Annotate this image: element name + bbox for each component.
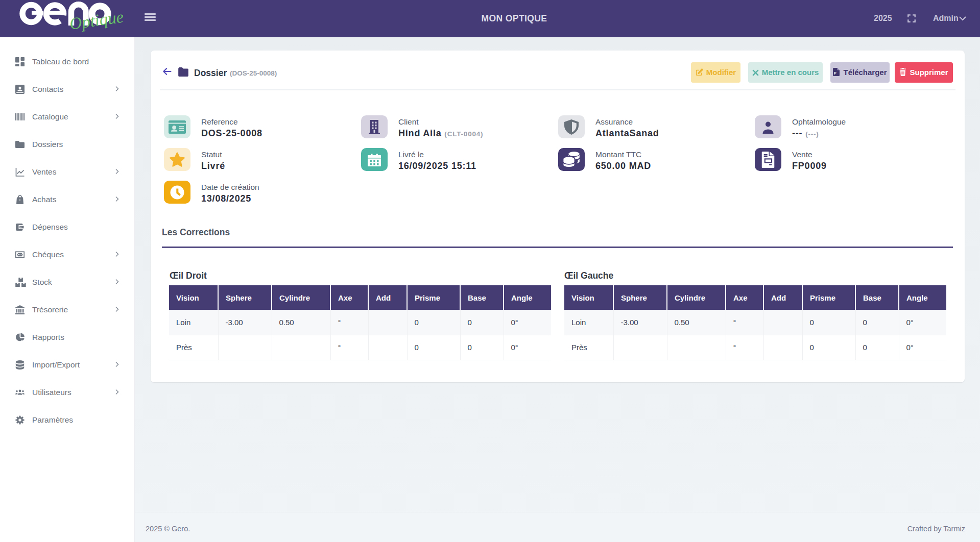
svg-text:P: P: [834, 71, 836, 75]
